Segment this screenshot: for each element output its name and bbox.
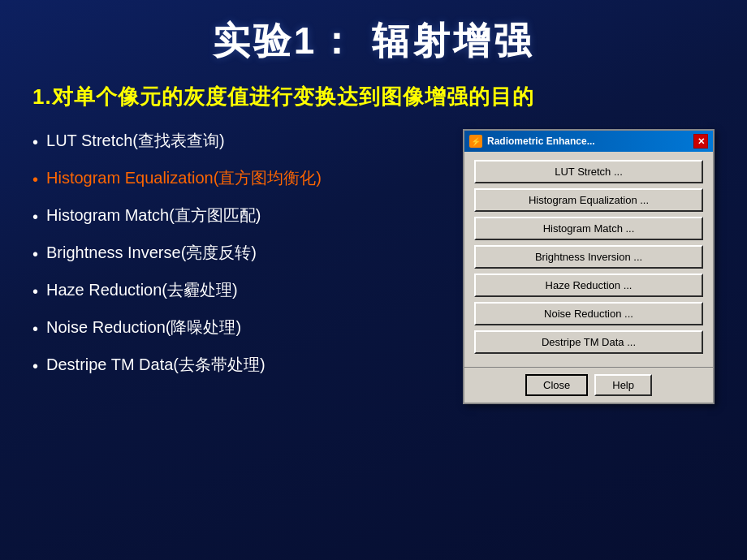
dialog-menu-button[interactable]: Destripe TM Data ... [474, 330, 703, 354]
bullet-dot: • [32, 280, 38, 303]
dialog-title: Radiometric Enhance... [487, 136, 689, 147]
bullet-dot: • [32, 205, 38, 228]
bullet-item-hist-match: •Histogram Match(直方图匹配) [32, 204, 438, 228]
bullet-text: Haze Reduction(去霾处理) [46, 278, 238, 301]
bullet-item-lut: •LUT Stretch(查找表查询) [32, 129, 438, 153]
dialog-menu-button[interactable]: Histogram Equalization ... [474, 188, 703, 212]
bullet-dot: • [32, 355, 38, 377]
content-area: •LUT Stretch(查找表查询)•Histogram Equalizati… [32, 129, 715, 404]
dialog-icon: ⚡ [469, 135, 482, 148]
slide: 实验1： 辐射增强 1.对单个像元的灰度值进行变换达到图像增强的目的 •LUT … [0, 0, 747, 560]
slide-subtitle: 1.对单个像元的灰度值进行变换达到图像增强的目的 [32, 83, 715, 111]
bullet-dot: • [32, 168, 38, 191]
dialog-footer: CloseHelp [464, 367, 713, 403]
bullet-item-destripe: •Destripe TM Data(去条带处理) [32, 353, 438, 377]
dialog-close-button[interactable]: ✕ [693, 134, 708, 149]
dialog-menu-button[interactable]: Haze Reduction ... [474, 274, 703, 297]
bullet-dot: • [32, 131, 38, 153]
dialog-menu-button[interactable]: LUT Stretch ... [474, 160, 703, 183]
bullet-item-hist-eq: •Histogram Equalization(直方图均衡化) [32, 166, 438, 191]
bullet-text: Histogram Equalization(直方图均衡化) [46, 166, 322, 189]
bullet-list: •LUT Stretch(查找表查询)•Histogram Equalizati… [32, 129, 438, 390]
bullet-dot: • [32, 317, 38, 340]
dialog-menu-button[interactable]: Brightness Inversion ... [474, 245, 703, 269]
dialog-window: ⚡ Radiometric Enhance... ✕ LUT Stretch .… [463, 129, 715, 404]
dialog-menu-button[interactable]: Histogram Match ... [474, 217, 703, 240]
bullet-item-noise: •Noise Reduction(降噪处理) [32, 316, 438, 340]
bullet-text: Histogram Match(直方图匹配) [46, 204, 261, 226]
dialog-titlebar: ⚡ Radiometric Enhance... ✕ [464, 131, 713, 152]
dialog-help-button[interactable]: Help [594, 374, 652, 396]
bullet-text: Brightness Inverse(亮度反转) [46, 241, 257, 264]
bullet-text: LUT Stretch(查找表查询) [46, 129, 225, 152]
bullet-dot: • [32, 243, 38, 265]
bullet-text: Destripe TM Data(去条带处理) [46, 353, 266, 376]
bullet-item-brightness: •Brightness Inverse(亮度反转) [32, 241, 438, 265]
dialog-close-footer-button[interactable]: Close [525, 374, 588, 396]
dialog-body: LUT Stretch ...Histogram Equalization ..… [464, 152, 713, 367]
bullet-item-haze: •Haze Reduction(去霾处理) [32, 278, 438, 303]
slide-title: 实验1： 辐射增强 [32, 16, 715, 67]
bullet-text: Noise Reduction(降噪处理) [46, 316, 241, 338]
dialog-menu-button[interactable]: Noise Reduction ... [474, 302, 703, 325]
